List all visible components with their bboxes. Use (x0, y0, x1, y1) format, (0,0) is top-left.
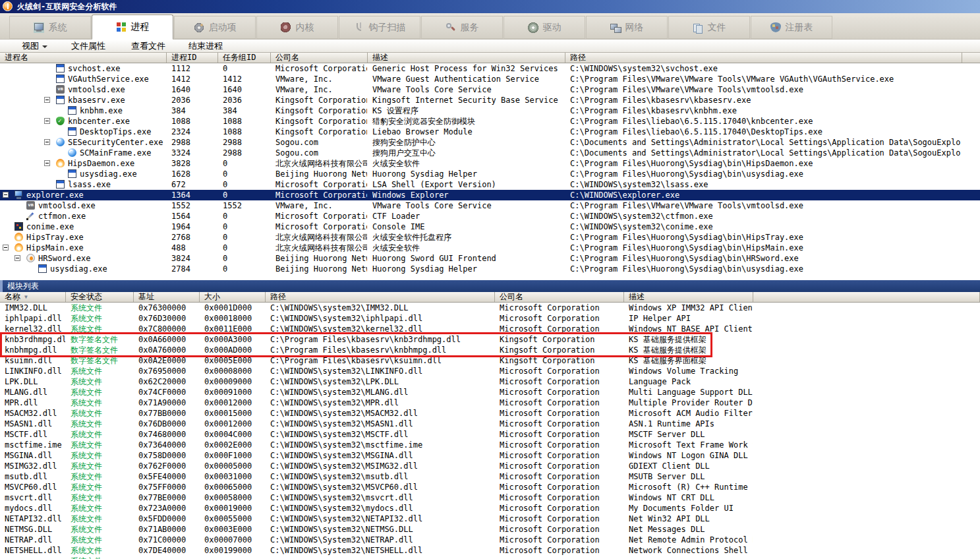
collapse-toggle[interactable] (44, 160, 50, 166)
process-row[interactable]: usysdiag.exe16280Beijing Huorong Netwo..… (0, 169, 980, 179)
process-row[interactable]: knbcenter.exe10881088Kingsoft Corporatio… (0, 116, 980, 127)
gear-icon (194, 22, 204, 33)
module-row[interactable]: MSACM32.dll系统文件0x77BB00000x00015000C:\WI… (0, 408, 980, 419)
process-col-header[interactable]: 路径 (565, 53, 962, 63)
end-process-button[interactable]: 结束进程 (188, 40, 223, 52)
process-col-header[interactable]: 任务组ID (218, 53, 271, 63)
process-row[interactable]: ctfmon.exe15640Microsoft CorporationCTF … (0, 211, 980, 221)
module-company-cell: Microsoft Corporation (500, 461, 623, 471)
tab-system[interactable]: 系统 (9, 16, 91, 39)
process-row[interactable]: HipsDaemon.exe38280北京火绒网络科技有限公司火绒安全软件C:\… (0, 158, 980, 169)
module-row[interactable]: LPK.DLL系统文件0x62C200000x00009000C:\WINDOW… (0, 376, 980, 387)
module-size-cell: 0x00015000 (204, 408, 265, 419)
module-row[interactable]: iphlpapi.dll系统文件0x76D300000x00018000C:\W… (0, 313, 980, 324)
tab-drivers[interactable]: 驱动 (504, 16, 585, 39)
process-row[interactable]: usysdiag.exe27840Beijing Huorong Netwo..… (0, 264, 980, 274)
tab-startup[interactable]: 启动项 (174, 16, 256, 39)
module-col-header[interactable]: 大小 (200, 292, 266, 302)
module-name-cell: LINKINFO.dll (5, 366, 65, 376)
process-row[interactable]: kbasesrv.exe20362036Kingsoft Corporation… (0, 95, 980, 105)
collapse-toggle[interactable] (44, 139, 50, 145)
process-desc-cell: 猎豹安全浏览器安全防御模块 (372, 116, 565, 127)
module-row[interactable]: knb3rdhmpg.dll数字签名文件0x0A6600000x000A3000… (0, 334, 980, 345)
collapse-toggle[interactable] (44, 97, 50, 103)
module-row[interactable]: msctfime.ime系统文件0x736400000x0002E000C:\W… (0, 440, 980, 450)
collapse-toggle[interactable] (14, 255, 20, 261)
process-row[interactable]: HipsMain.exe4880北京火绒网络科技有限公司火绒安全软件C:\Pro… (0, 243, 980, 253)
process-pid-cell: 1628 (171, 169, 217, 179)
module-status-cell: 系统文件 (71, 535, 133, 545)
collapse-toggle[interactable] (44, 118, 50, 124)
module-row[interactable]: IMM32.DLL系统文件0x763000000x0001D000C:\WIND… (0, 303, 980, 313)
module-col-header[interactable]: 名称▼ (0, 292, 66, 302)
module-col-header[interactable]: 路径 (266, 292, 495, 302)
module-row[interactable]: knbhmpg.dll数字签名文件0x0A7600000x000AD000C:\… (0, 345, 980, 355)
process-row[interactable]: VGAuthService.exe14121412VMware, Inc.VMw… (0, 74, 980, 84)
module-col-header[interactable]: 基址 (134, 292, 200, 302)
module-row[interactable]: msvcrt.dll系统文件0x77BE00000x00058000C:\WIN… (0, 492, 980, 503)
view-file-button[interactable]: 查看文件 (131, 40, 165, 52)
process-pid-cell: 3828 (171, 158, 217, 169)
module-col-header[interactable]: 描述 (624, 292, 753, 302)
module-row[interactable]: ksuimn.dll数字签名文件0x0A2E00000x0005E000C:\P… (0, 355, 980, 366)
module-row[interactable]: MSGINA.dll系统文件0x758D00000x000F1000C:\WIN… (0, 450, 980, 461)
tab-registry[interactable]: 注册表 (751, 16, 832, 39)
process-row[interactable]: lsass.exe6720Microsoft CorporationLSA Sh… (0, 179, 980, 190)
process-row[interactable]: svchost.exe11120Microsoft CorporationGen… (0, 63, 980, 74)
module-row[interactable]: LINKINFO.dll系统文件0x769500000x00008000C:\W… (0, 366, 980, 376)
process-row[interactable]: HipsTray.exe27680北京火绒网络科技有限公司火绒安全软件托盘程序C… (0, 232, 980, 243)
process-row[interactable]: vmtoolsd.exe15521552VMware, Inc.VMware T… (0, 200, 980, 211)
module-row[interactable]: MSVCP60.dll系统文件0x75FF00000x00065000C:\WI… (0, 482, 980, 492)
tab-files[interactable]: 文件 (668, 16, 750, 39)
tab-network[interactable]: 网络 (586, 16, 668, 39)
collapse-toggle[interactable] (3, 245, 9, 250)
process-col-header[interactable]: 公司名 (271, 53, 368, 63)
module-row[interactable]: mydocs.dll系统文件0x723A00000x00019000C:\WIN… (0, 503, 980, 514)
module-desc-cell: My Documents Folder UI (629, 503, 753, 514)
module-base-cell: 0x76300000 (138, 303, 199, 313)
process-path-cell: C:\Program Files\liebao\6.5.115.17040\kn… (570, 116, 962, 127)
tab-services[interactable]: 服务 (421, 16, 503, 39)
module-company-cell: Kingsoft Corporation (500, 345, 623, 355)
process-name: explorer.exe (26, 190, 84, 200)
module-row[interactable]: MSCTF.dll系统文件0x746800000x0004C000C:\WIND… (0, 429, 980, 440)
module-row[interactable]: NETMSG.DLL系统文件0x71AB00000x0003E000C:\WIN… (0, 524, 980, 535)
tab-hook-scan[interactable]: 钩子扫描 (339, 16, 420, 39)
module-company-cell: Kingsoft Corporation (500, 355, 623, 366)
process-row[interactable]: vmtoolsd.exe16401640VMware, Inc.VMware T… (0, 84, 980, 95)
process-name: vmtoolsd.exe (68, 84, 125, 95)
module-row[interactable]: NETRAP.dll系统文件0x71C000000x00007000C:\WIN… (0, 535, 980, 545)
tab-kernel[interactable]: 内核 (256, 16, 338, 39)
module-col-header[interactable]: 公司名 (495, 292, 624, 302)
module-row[interactable]: kernel32.dll系统文件0x7C8000000x0011E000C:\W… (0, 324, 980, 334)
process-row[interactable]: SESecurityCenter.exe29882988Sogou.com搜狗安… (0, 137, 980, 148)
file-properties-button[interactable]: 文件属性 (71, 40, 105, 52)
module-row[interactable]: MSASN1.dll系统文件0x76DB00000x00012000C:\WIN… (0, 419, 980, 429)
module-col-header[interactable]: 安全状态 (66, 292, 134, 302)
view-menu-button[interactable]: 视图 (22, 40, 47, 52)
process-row[interactable]: knbhm.exe384384Kingsoft CorporationKS 设置… (0, 105, 980, 116)
process-col-header[interactable]: 进程名 (0, 53, 167, 63)
process-row[interactable]: explorer.exe13640Microsoft CorporationWi… (0, 190, 980, 200)
module-desc-cell: MSUTB Server DLL (629, 471, 753, 482)
process-row[interactable]: conime.exe19640Microsoft CorporationCons… (0, 221, 980, 232)
process-desc-cell: Huorong Sysdiag Helper (372, 264, 565, 274)
module-row[interactable]: MSIMG32.dll系统文件0x762F00000x00005000C:\WI… (0, 461, 980, 471)
process-row[interactable]: DesktopTips.exe23241088Kingsoft Corporat… (0, 127, 980, 137)
module-status-cell: 系统文件 (71, 524, 133, 535)
process-col-header[interactable]: 进程ID (167, 53, 218, 63)
process-col-header[interactable]: 描述 (368, 53, 565, 63)
module-company-cell: Microsoft Corporation (500, 397, 623, 408)
process-row[interactable]: SCMainFrame.exe33242988Sogou.com搜狗用户交互中心… (0, 148, 980, 158)
tab-label: 钩子扫描 (369, 22, 406, 34)
module-row[interactable]: msutb.dll系统文件0x5FE400000x00031000C:\WIND… (0, 471, 980, 482)
tab-process[interactable]: 进程 (92, 15, 173, 40)
collapse-toggle[interactable] (3, 192, 9, 198)
view-menu-label: 视图 (22, 41, 39, 51)
module-row[interactable]: NETSHELL.dll系统文件0x7DE400000x00199000C:\W… (0, 545, 980, 556)
process-row[interactable]: HRSword.exe38240Beijing Huorong Netwo...… (0, 253, 980, 264)
module-row[interactable]: NETAPI32.dll系统文件0x5FDD00000x00055000C:\W… (0, 514, 980, 524)
process-desc-cell: Huorong Sysdiag Helper (372, 169, 565, 179)
module-row[interactable]: MLANG.dll系统文件0x74CF00000x00091000C:\WIND… (0, 387, 980, 397)
module-row[interactable]: MPR.dll系统文件0x71A900000x00012000C:\WINDOW… (0, 397, 980, 408)
